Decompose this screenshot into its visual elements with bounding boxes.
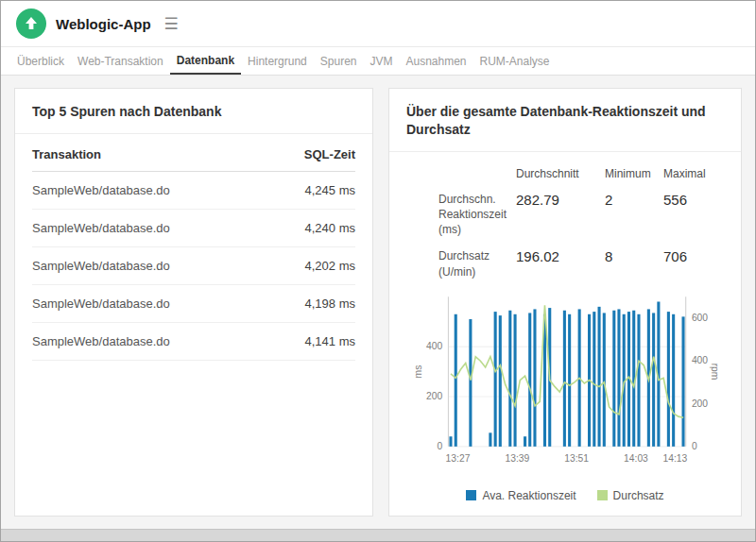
svg-text:14:13: 14:13 [663, 453, 688, 464]
transaction-name: SampleWeb/database.do [32, 183, 170, 197]
top-traces-title: Top 5 Spuren nach Datenbank [15, 89, 372, 134]
sql-time-value: 4,240 ms [305, 221, 355, 235]
menu-icon[interactable]: ☰ [164, 16, 179, 32]
sql-time-value: 4,198 ms [305, 296, 355, 311]
chart-legend: Ava. Reaktionszeit Durchsatz [389, 489, 741, 502]
stat-label-durchsatz: Durchsatz (U/min) [438, 248, 510, 279]
sql-time-value: 4,245 ms [305, 183, 355, 197]
stats-col-durchschnitt: Durchschnitt [516, 167, 599, 180]
stat-avg-throughput: 196.02 [516, 248, 599, 264]
tab-web-transaktion[interactable]: Web-Transaktion [71, 47, 170, 75]
sql-time-value: 4,141 ms [305, 334, 355, 348]
db-response-card: Über die gesamte Datenbank-Reaktionszeit… [388, 88, 742, 517]
svg-text:400: 400 [426, 341, 442, 351]
stats-col-minimum: Minimum [605, 167, 658, 180]
tab-spuren[interactable]: Spuren [314, 47, 364, 75]
top-traces-card: Top 5 Spuren nach Datenbank Transaktion … [14, 88, 373, 517]
legend-swatch-blue [466, 490, 476, 500]
tab-hintergrund[interactable]: Hintergrund [241, 47, 314, 75]
table-row[interactable]: SampleWeb/database.do 4,198 ms [32, 285, 355, 323]
col-transaktion: Transaktion [32, 147, 101, 161]
transaction-name: SampleWeb/database.do [32, 221, 170, 235]
transaction-name: SampleWeb/database.do [32, 296, 170, 311]
svg-text:13:27: 13:27 [446, 453, 471, 464]
traces-table: Transaktion SQL-Zeit SampleWeb/database.… [15, 134, 372, 361]
table-row[interactable]: SampleWeb/database.do 4,202 ms [32, 247, 355, 285]
db-stats-table: Durchschnitt Minimum Maximal Durchschn. … [438, 167, 724, 279]
transaction-name: SampleWeb/database.do [32, 334, 170, 348]
dashboard-content: Top 5 Spuren nach Datenbank Transaktion … [1, 76, 755, 529]
legend-swatch-green [597, 490, 608, 500]
svg-text:0: 0 [438, 441, 443, 451]
db-chart-svg[interactable]: 0200400020040060013:2713:3913:5114:0314:… [409, 289, 721, 483]
tab-ueberblick[interactable]: Überblick [10, 47, 71, 75]
tab-jvm[interactable]: JVM [363, 47, 399, 75]
svg-text:200: 200 [426, 391, 442, 401]
stat-avg-response: 282.79 [516, 192, 599, 208]
svg-text:rpm: rpm [710, 363, 720, 380]
svg-text:600: 600 [692, 313, 708, 323]
table-row[interactable]: SampleWeb/database.do 4,240 ms [32, 210, 355, 247]
svg-text:13:51: 13:51 [564, 453, 589, 464]
stat-min-throughput: 8 [605, 248, 658, 264]
col-sql-zeit: SQL-Zeit [304, 147, 355, 161]
stat-label-reaktionszeit: Durchschn. Reaktionszeit (ms) [438, 192, 510, 238]
legend-label: Ava. Reaktionszeit [482, 489, 576, 502]
sql-time-value: 4,202 ms [305, 259, 355, 273]
app-up-arrow-icon [16, 8, 46, 39]
tab-ausnahmen[interactable]: Ausnahmen [399, 47, 472, 75]
transaction-name: SampleWeb/database.do [32, 259, 170, 273]
svg-text:200: 200 [692, 398, 708, 408]
table-row[interactable]: SampleWeb/database.do 4,245 ms [32, 172, 355, 210]
app-title: Weblogic-App [56, 16, 151, 32]
legend-item-durchsatz[interactable]: Durchsatz [597, 489, 664, 502]
svg-text:0: 0 [692, 441, 697, 451]
apm-dashboard: Weblogic-App ☰ Überblick Web-Transaktion… [0, 0, 756, 542]
app-header: Weblogic-App ☰ [1, 1, 755, 46]
stat-min-response: 2 [605, 192, 658, 208]
tab-bar: Überblick Web-Transaktion Datenbank Hint… [1, 46, 755, 76]
svg-text:ms: ms [413, 364, 423, 378]
svg-text:400: 400 [692, 355, 708, 365]
legend-item-reaktionszeit[interactable]: Ava. Reaktionszeit [466, 489, 576, 502]
table-row[interactable]: SampleWeb/database.do 4,141 ms [32, 323, 355, 361]
tab-rum-analyse[interactable]: RUM-Analyse [473, 47, 557, 75]
db-chart[interactable]: 0200400020040060013:2713:3913:5114:0314:… [389, 289, 741, 483]
svg-text:14:03: 14:03 [624, 453, 648, 464]
stat-max-response: 556 [663, 192, 724, 208]
svg-text:13:39: 13:39 [505, 453, 529, 464]
stats-col-maximal: Maximal [663, 167, 724, 180]
bottom-strip [1, 529, 755, 541]
legend-label: Durchsatz [613, 489, 664, 502]
db-response-title: Über die gesamte Datenbank-Reaktionszeit… [389, 89, 741, 152]
traces-table-header: Transaktion SQL-Zeit [32, 134, 355, 172]
stat-max-throughput: 706 [663, 248, 724, 264]
tab-datenbank[interactable]: Datenbank [170, 47, 241, 75]
